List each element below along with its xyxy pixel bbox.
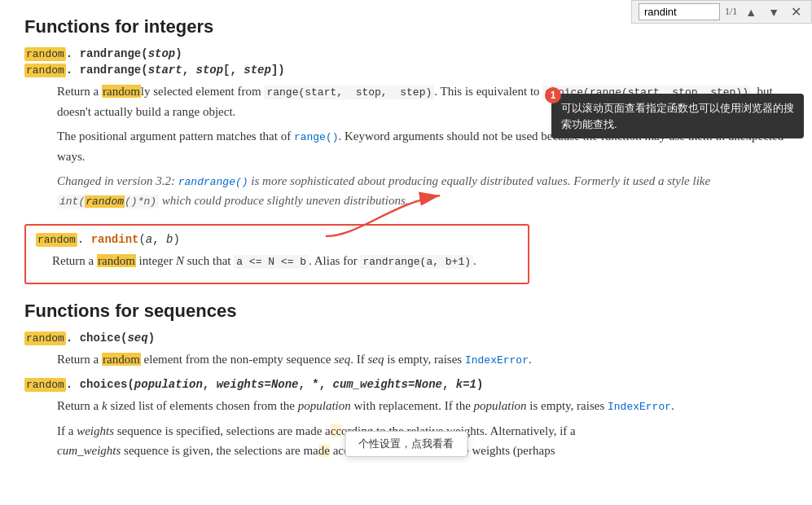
random-keyword-5: random: [24, 378, 66, 392]
range-code-1: range(start, stop, step): [264, 86, 434, 99]
random-keyword-3: random: [36, 233, 77, 247]
choice-line: random. choice(seq): [24, 332, 788, 345]
choices-line: random. choices(population, weights=None…: [24, 378, 788, 391]
tooltip-text: 可以滚动页面查看指定函数也可以使用浏览器的搜索功能查找.: [561, 102, 794, 130]
bottom-settings-label: 个性设置，点我看看: [358, 437, 454, 450]
choice-fn: . choice(seq): [66, 332, 155, 345]
choices-desc: Return a k sized list of elements chosen…: [57, 396, 788, 416]
random-keyword-2: random: [24, 64, 66, 77]
randrange-full-fn: . randrange(start, stop[, step]): [66, 64, 285, 77]
randrange-start-line: random. randrange(start, stop[, step]): [24, 64, 788, 77]
random-highlight-4: random: [102, 353, 141, 366]
page-content: Functions for integers random. randrange…: [0, 0, 812, 481]
int-random-code: int(random()*n): [57, 195, 159, 209]
random-highlight-1: random: [102, 85, 141, 98]
randrange-stop-fn: . randrange(stop): [66, 47, 182, 60]
choice-desc: Return a random element from the non-emp…: [57, 349, 788, 370]
indexerror-link-2[interactable]: IndexError: [608, 401, 671, 413]
search-bar: 1/1 ▲ ▼ ✕: [631, 0, 812, 24]
search-input[interactable]: [639, 3, 720, 20]
choices-fn: . choices(population, weights=None, *, c…: [66, 378, 484, 391]
random-highlight-3: random: [97, 254, 136, 267]
randint-desc: Return a random integer N such that a <=…: [52, 251, 518, 271]
search-count: 1/1: [725, 6, 737, 18]
bottom-settings-bar[interactable]: 个性设置，点我看看: [345, 431, 467, 457]
random-keyword-4: random: [24, 332, 66, 345]
tooltip-number: 1: [545, 87, 561, 103]
section-title-sequences: Functions for sequences: [24, 301, 788, 322]
tooltip-box: 1 可以滚动页面查看指定函数也可以使用浏览器的搜索功能查找.: [551, 94, 804, 138]
random-keyword-1: random: [24, 47, 66, 61]
indexerror-link-1[interactable]: IndexError: [465, 354, 529, 367]
search-next-button[interactable]: ▼: [765, 5, 783, 20]
search-close-button[interactable]: ✕: [788, 3, 805, 20]
range-link[interactable]: range(): [294, 131, 339, 143]
randint-fn-name: randint: [91, 233, 139, 246]
randrange-alias: randrange(a, b+1): [360, 255, 473, 269]
arrow-annotation: [309, 187, 472, 253]
randrange-stop-line: random. randrange(stop): [24, 47, 788, 60]
randint-condition: a <= N <= b: [234, 255, 309, 269]
random-highlight-2: random: [85, 195, 125, 208]
randrange-link[interactable]: randrange(): [178, 176, 248, 188]
search-prev-button[interactable]: ▲: [742, 5, 760, 20]
